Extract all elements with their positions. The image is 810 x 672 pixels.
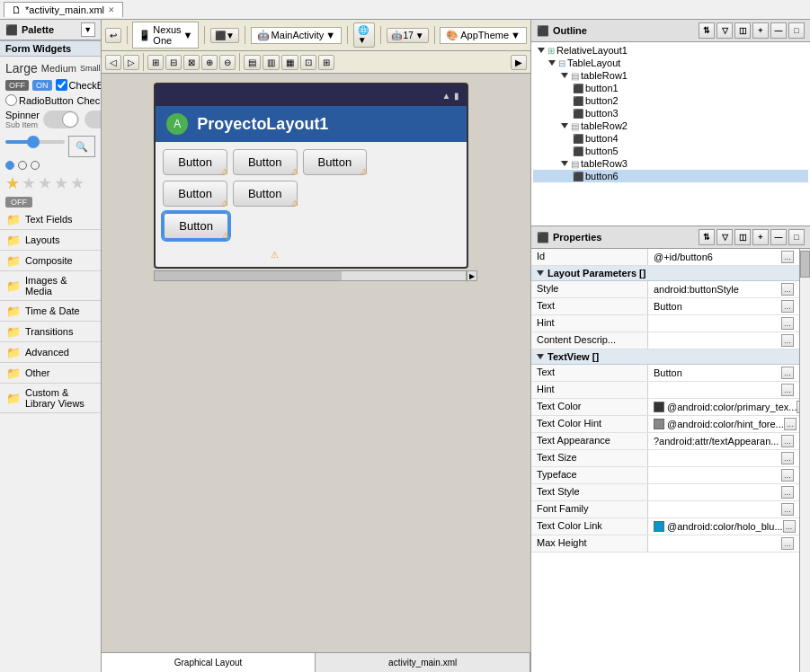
textview-large[interactable]: Large	[5, 61, 38, 75]
text-lp-edit-btn[interactable]: …	[781, 300, 794, 313]
grid-btn3[interactable]: ⊠	[183, 55, 200, 70]
props-sort-btn[interactable]: ⇅	[699, 229, 715, 245]
horizontal-scrollbar[interactable]	[154, 270, 467, 281]
tree-row2[interactable]: ▤ tableRow2	[533, 119, 808, 132]
canvas-btn-5[interactable]: Button ⚠	[233, 181, 298, 207]
props-value-text-lp[interactable]: Button …	[648, 298, 799, 314]
fontfamily-edit-btn[interactable]: …	[781, 503, 794, 516]
props-value-fontfamily[interactable]: …	[648, 501, 799, 517]
textcolorhint-edit-btn[interactable]: …	[784, 418, 797, 430]
textview-small[interactable]: Small	[80, 64, 101, 73]
layout-btn5[interactable]: ⊞	[318, 55, 334, 70]
props-value-content[interactable]: …	[648, 332, 799, 349]
tree-btn6[interactable]: ⬛ button6	[533, 170, 808, 182]
tree-relativelayout1[interactable]: ⊞ RelativeLayout1	[533, 44, 808, 57]
maxheight-edit-btn[interactable]: …	[781, 537, 794, 550]
props-maximize-btn[interactable]: □	[788, 229, 805, 245]
outline-collapse-btn[interactable]: ◫	[734, 22, 751, 39]
props-scrollbar[interactable]	[799, 249, 810, 672]
radio-input[interactable]	[5, 94, 17, 106]
spinner-label[interactable]: Spinner	[5, 110, 40, 120]
tree-btn5[interactable]: ⬛ button5	[533, 145, 808, 157]
tree-btn4[interactable]: ⬛ button4	[533, 132, 808, 145]
props-value-textstyle[interactable]: …	[648, 484, 799, 500]
props-add-btn[interactable]: +	[752, 229, 769, 245]
activity-dropdown[interactable]: 🤖 MainActivity ▼	[251, 27, 343, 44]
outline-add-btn[interactable]: +	[752, 22, 769, 39]
props-value-typeface[interactable]: …	[648, 467, 799, 483]
tab-xml[interactable]: activity_main.xml	[316, 653, 530, 672]
props-value-textcolor[interactable]: @android:color/primary_tex... …	[648, 399, 799, 415]
zoom-btn2[interactable]: ⊖	[219, 55, 236, 70]
close-tab-icon[interactable]: ✕	[108, 5, 115, 14]
props-value-hint-lp[interactable]: …	[648, 315, 799, 332]
props-filter-btn[interactable]: ▽	[717, 229, 733, 245]
dot-empty2[interactable]	[31, 161, 40, 170]
dot-filled[interactable]	[5, 161, 14, 170]
checkbox-input[interactable]	[56, 79, 67, 91]
ratingbar-widget[interactable]: ★ ★ ★ ★ ★	[0, 172, 101, 195]
tree-btn3[interactable]: ⬛ button3	[533, 107, 808, 119]
props-group-textview[interactable]: TextView []	[531, 349, 799, 365]
nav-time-date[interactable]: 📁 Time & Date	[0, 301, 101, 322]
textcolorlink-edit-btn[interactable]: …	[783, 520, 796, 533]
file-tab[interactable]: 🗋 *activity_main.xml ✕	[4, 2, 123, 17]
textview-medium[interactable]: Medium	[41, 63, 76, 74]
toggle-switch-widget[interactable]: OFF	[5, 197, 32, 208]
seekbar-widget[interactable]	[5, 140, 65, 153]
props-value-textcolorlink[interactable]: @android:color/holo_blu... …	[648, 518, 799, 535]
outline-maximize-btn[interactable]: □	[788, 22, 805, 39]
nav-composite[interactable]: 📁 Composite	[0, 251, 101, 271]
text-tv-edit-btn[interactable]: …	[781, 367, 794, 379]
props-columns-btn[interactable]: ◫	[734, 229, 751, 245]
undo-btn[interactable]: ↩	[105, 28, 121, 43]
tree-btn2[interactable]: ⬛ button2	[533, 94, 808, 107]
canvas-btn-6[interactable]: Button ⚠	[163, 212, 229, 240]
nav-transitions[interactable]: 📁 Transitions	[0, 322, 101, 342]
scroll-right-btn[interactable]: ▶	[467, 270, 477, 281]
props-value-maxheight[interactable]: …	[648, 535, 799, 552]
outline-minimize-btn[interactable]: —	[770, 22, 787, 39]
outline-filter-btn[interactable]: ▽	[717, 22, 733, 39]
move-left-btn[interactable]: ◁	[105, 55, 121, 70]
nav-other[interactable]: 📁 Other	[0, 363, 101, 384]
outline-sort-btn[interactable]: ⇅	[699, 22, 715, 39]
tree-row1[interactable]: ▤ tableRow1	[533, 69, 808, 82]
nav-layouts[interactable]: 📁 Layouts	[0, 230, 101, 251]
api-btn[interactable]: 🤖 17▼	[387, 28, 429, 43]
props-group-layout[interactable]: Layout Parameters []	[531, 266, 799, 281]
content-edit-btn[interactable]: …	[781, 334, 794, 347]
grid-btn1[interactable]: ⊞	[147, 55, 164, 70]
theme-dropdown[interactable]: 🎨 AppTheme ▼	[440, 27, 527, 44]
spinner-toggle[interactable]	[43, 111, 79, 128]
nav-advanced[interactable]: 📁 Advanced	[0, 342, 101, 363]
more-btn[interactable]: ▶	[511, 55, 527, 70]
device-dropdown[interactable]: 📱 Nexus One ▼	[132, 22, 199, 49]
dot-empty1[interactable]	[18, 161, 27, 170]
typeface-edit-btn[interactable]: …	[781, 469, 794, 482]
radiobutton-widget[interactable]: RadioButton	[5, 94, 74, 106]
toggle-on-widget[interactable]: ON	[32, 80, 52, 91]
toggle-off-widget[interactable]: OFF	[5, 80, 29, 91]
checkbox-widget[interactable]: CheckBox	[56, 79, 102, 91]
palette-search-btn[interactable]: ▼	[81, 22, 95, 37]
style-edit-btn[interactable]: …	[781, 283, 794, 296]
textappearance-edit-btn[interactable]: …	[781, 435, 794, 447]
hint-lp-edit-btn[interactable]: …	[781, 317, 794, 330]
props-value-textsize[interactable]: …	[648, 450, 799, 466]
canvas-btn-3[interactable]: Button ⚠	[303, 149, 368, 175]
layout-btn4[interactable]: ⊡	[300, 55, 316, 70]
locale-btn[interactable]: 🌐▼	[353, 22, 375, 48]
canvas-area[interactable]: ▲ ▮ A ProyectoLayout1 Button	[102, 74, 530, 652]
checked-textview-widget[interactable]: CheckedTextView	[77, 95, 102, 106]
layout-btn3[interactable]: ▦	[281, 55, 298, 70]
props-value-textappearance[interactable]: ?android:attr/textAppearan... …	[648, 433, 799, 449]
props-minimize-btn[interactable]: —	[770, 229, 787, 245]
hint-tv-edit-btn[interactable]: …	[781, 384, 794, 396]
textstyle-edit-btn[interactable]: …	[781, 486, 794, 499]
grid-btn2[interactable]: ⊟	[165, 55, 182, 70]
move-right-btn[interactable]: ▷	[123, 55, 139, 70]
tree-btn1[interactable]: ⬛ button1	[533, 82, 808, 94]
nav-text-fields[interactable]: 📁 Text Fields	[0, 209, 101, 230]
screen-btn[interactable]: ⬛▼	[210, 28, 239, 43]
